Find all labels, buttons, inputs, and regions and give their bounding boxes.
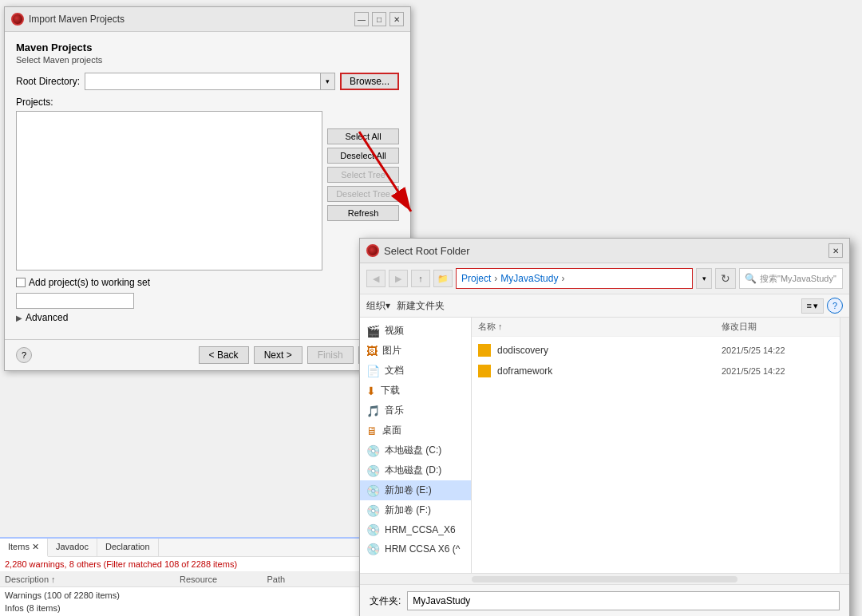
folder-footer: 文件夹: 选择文件夹 取消 xyxy=(360,584,849,616)
items-tab-label: Items ✕ xyxy=(8,542,39,551)
select-all-button[interactable]: Select All xyxy=(327,128,399,144)
deselect-all-button[interactable]: Deselect All xyxy=(327,148,399,164)
sidebar-label-music: 音乐 xyxy=(385,404,404,417)
col-header-name[interactable]: 名称 ↑ xyxy=(478,321,722,333)
video-icon: 🎬 xyxy=(366,325,380,338)
working-set-checkbox[interactable] xyxy=(16,278,26,287)
advanced-row[interactable]: ▶ Advanced xyxy=(16,312,399,323)
folder-nav: ◀ ▶ ↑ 📁 Project › MyJavaStudy › ▾ ↻ 🔍 搜索… xyxy=(360,263,849,294)
deselect-tree-button[interactable]: Deselect Tree xyxy=(327,186,399,202)
nav-dropdown-button[interactable]: ▾ xyxy=(696,268,712,289)
footer-left: ? xyxy=(16,347,32,363)
sidebar-label-drive-d: 本地磁盘 (D:) xyxy=(385,464,441,477)
folder-sidebar: 🎬 视频 🖼 图片 📄 文档 ⬇ 下载 🎵 音乐 🖥 桌面 xyxy=(360,318,472,573)
sidebar-item-hrm-ccsa[interactable]: 💿 HRM_CCSA_X6 xyxy=(360,520,471,539)
help-button[interactable]: ? xyxy=(16,347,32,363)
sidebar-label-drive-e: 新加卷 (E:) xyxy=(385,484,432,497)
file-name-dodiscovery: dodiscovery xyxy=(497,345,722,356)
maven-dialog-titlebar: Import Maven Projects — □ ✕ xyxy=(5,7,410,32)
advanced-label: Advanced xyxy=(26,312,68,323)
drive-c-icon: 💿 xyxy=(366,444,380,457)
sidebar-item-drive-f[interactable]: 💿 新加卷 (F:) xyxy=(360,500,471,520)
close-button[interactable]: ✕ xyxy=(389,12,404,26)
maven-dialog-footer: ? < Back Next > Finish Ca... xyxy=(5,339,410,370)
folder-close-button[interactable]: ✕ xyxy=(828,243,843,258)
horizontal-scrollbar[interactable] xyxy=(360,573,849,584)
sidebar-item-hrm-ccsa2[interactable]: 💿 HRM CCSA X6 (^ xyxy=(360,539,471,559)
sidebar-label-hrm-ccsa: HRM_CCSA_X6 xyxy=(385,524,456,535)
tab-javadoc[interactable]: Javadoc xyxy=(48,539,97,556)
sidebar-item-download[interactable]: ⬇ 下载 xyxy=(360,381,471,401)
folder-dialog-titlebar: Select Root Folder ✕ xyxy=(360,239,849,263)
browse-button[interactable]: Browse... xyxy=(340,73,399,90)
projects-tree[interactable] xyxy=(16,111,322,270)
toolbar-right: ≡ ▾ ? xyxy=(801,298,843,314)
working-set-input[interactable] xyxy=(16,293,134,309)
root-dir-input[interactable] xyxy=(85,73,321,90)
folder-dialog-icon xyxy=(366,244,379,257)
next-button[interactable]: Next > xyxy=(254,346,302,364)
new-folder-button[interactable]: 新建文件夹 xyxy=(397,299,445,313)
folder-dialog-title-left: Select Root Folder xyxy=(366,244,470,257)
nav-back-button[interactable]: ◀ xyxy=(366,270,386,287)
breadcrumb-myjavastudy[interactable]: MyJavaStudy xyxy=(500,273,558,284)
sidebar-item-drive-c[interactable]: 💿 本地磁盘 (C:) xyxy=(360,440,471,460)
folder-toolbar: 组织▾ 新建文件夹 ≡ ▾ ? xyxy=(360,294,849,318)
file-date-dodiscovery: 2021/5/25 14:22 xyxy=(722,346,833,355)
section-subtitle: Select Maven projects xyxy=(16,55,399,65)
bottom-item-infos: Infos (8 items) xyxy=(5,602,354,614)
drive-e-icon: 💿 xyxy=(366,484,380,497)
toolbar-left: 组织▾ 新建文件夹 xyxy=(366,299,445,313)
sidebar-item-desktop[interactable]: 🖥 桌面 xyxy=(360,421,471,440)
file-item-doframework[interactable]: doframework 2021/5/25 14:22 xyxy=(472,361,840,381)
nav-refresh-button[interactable]: ↻ xyxy=(715,268,736,289)
maven-dialog: Import Maven Projects — □ ✕ Maven Projec… xyxy=(4,6,411,371)
col-resource: Resource xyxy=(180,575,267,584)
nav-forward-button[interactable]: ▶ xyxy=(389,270,408,287)
search-bar[interactable]: 🔍 搜索"MyJavaStudy" xyxy=(739,268,843,289)
bottom-item-warnings: Warnings (100 of 2280 items) xyxy=(5,589,354,602)
tab-items[interactable]: Items ✕ xyxy=(0,539,48,557)
desktop-icon: 🖥 xyxy=(366,424,378,437)
file-item-dodiscovery[interactable]: dodiscovery 2021/5/25 14:22 xyxy=(472,340,840,361)
col-header-date[interactable]: 修改日期 xyxy=(722,321,833,333)
breadcrumb-project[interactable]: Project xyxy=(461,273,491,284)
music-icon: 🎵 xyxy=(366,405,380,417)
select-tree-button[interactable]: Select Tree xyxy=(327,167,399,183)
image-icon: 🖼 xyxy=(366,345,378,357)
bottom-panel: Items ✕ Javadoc Declaration 2,280 warnin… xyxy=(0,537,359,616)
folder-scrollbar[interactable] xyxy=(840,318,849,573)
tab-declaration[interactable]: Declaration xyxy=(97,539,159,556)
folder-main: 名称 ↑ 修改日期 dodiscovery 2021/5/25 14:22 do… xyxy=(472,318,840,573)
folder-body: 🎬 视频 🖼 图片 📄 文档 ⬇ 下载 🎵 音乐 🖥 桌面 xyxy=(360,318,849,573)
filename-row: 文件夹: xyxy=(370,591,840,610)
organize-button[interactable]: 组织▾ xyxy=(366,299,390,313)
sidebar-item-image[interactable]: 🖼 图片 xyxy=(360,341,471,361)
view-button[interactable]: ≡ ▾ xyxy=(801,298,824,314)
finish-button[interactable]: Finish xyxy=(307,346,354,364)
sidebar-label-hrm-ccsa2: HRM CCSA X6 (^ xyxy=(385,543,460,555)
refresh-button[interactable]: Refresh xyxy=(327,205,399,221)
nav-up-button[interactable]: ↑ xyxy=(411,270,430,287)
root-dir-dropdown[interactable]: ▾ xyxy=(321,73,335,90)
sidebar-item-drive-e[interactable]: 💿 新加卷 (E:) xyxy=(360,480,471,500)
sidebar-item-drive-d[interactable]: 💿 本地磁盘 (D:) xyxy=(360,460,471,480)
view-icon: ≡ xyxy=(807,301,812,310)
sidebar-label-download: 下载 xyxy=(381,384,400,397)
minimize-button[interactable]: — xyxy=(354,12,369,26)
hrm-ccsa2-icon: 💿 xyxy=(366,543,380,555)
folder-help-button[interactable]: ? xyxy=(827,298,843,314)
javadoc-tab-label: Javadoc xyxy=(56,542,89,551)
breadcrumb-sep-2: › xyxy=(561,273,564,284)
sidebar-item-doc[interactable]: 📄 文档 xyxy=(360,361,471,381)
bottom-table-header: Description ↑ Resource Path xyxy=(0,572,359,587)
sidebar-item-music[interactable]: 🎵 音乐 xyxy=(360,401,471,421)
maven-dialog-icon xyxy=(11,13,24,26)
maximize-button[interactable]: □ xyxy=(372,12,386,26)
filename-input[interactable] xyxy=(407,591,840,610)
sidebar-label-image: 图片 xyxy=(382,344,401,357)
projects-section: Select All Deselect All Select Tree Dese… xyxy=(16,111,399,270)
working-set-checkbox-wrap[interactable]: Add project(s) to working set xyxy=(16,277,150,288)
sidebar-item-video[interactable]: 🎬 视频 xyxy=(360,321,471,341)
back-button[interactable]: < Back xyxy=(199,346,249,364)
